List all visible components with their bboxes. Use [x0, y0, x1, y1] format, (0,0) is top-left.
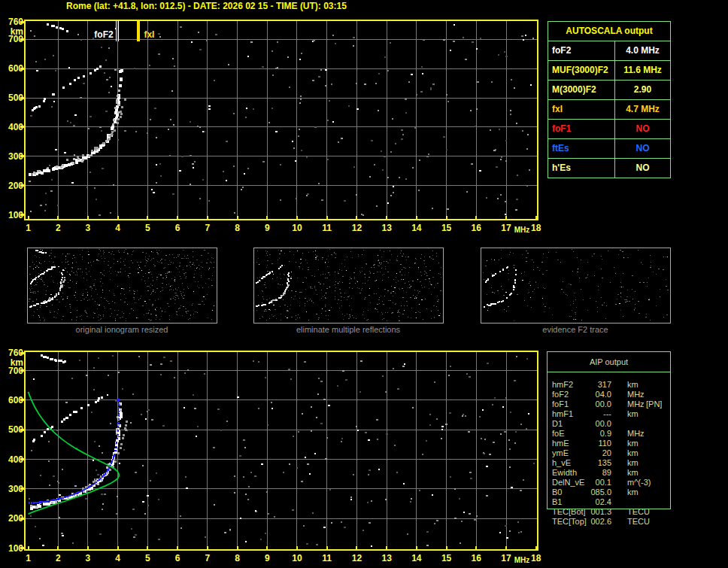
aip-row: foE0.9MHz: [548, 429, 670, 439]
autoscala-row-value: NO: [615, 120, 670, 138]
y-axis-unit: km: [11, 357, 23, 368]
aip-row-value: 89: [590, 468, 611, 478]
aip-row-value: ---: [590, 409, 611, 419]
x-tick-label: 3: [86, 223, 91, 233]
x-tick-label: 9: [265, 553, 270, 563]
autoscala-row: MUF(3000)F211.6 MHz: [548, 61, 670, 80]
aip-row: TEC[Top]002.6TECU: [548, 517, 670, 527]
x-tick-label: 6: [175, 553, 180, 563]
x-axis-unit: MHz: [514, 556, 530, 564]
aip-row-value: 0.9: [590, 429, 611, 439]
x-tick-label: 10: [292, 553, 302, 563]
x-tick-label: 17: [501, 553, 511, 563]
aip-row-label: foF2: [552, 390, 590, 399]
aip-row-note: [PN]: [646, 399, 662, 409]
aip-row-unit: km: [627, 468, 646, 478]
x-tick-label: 11: [322, 553, 332, 563]
aip-row-label: hmE: [552, 439, 590, 448]
aip-row-value: 002.6: [590, 517, 611, 527]
x-tick-label: 18: [531, 553, 541, 563]
aip-row: TEC[Bot]001.3TECU: [548, 507, 670, 517]
x-tick-label: 2: [56, 223, 61, 233]
aip-row-label: D1: [552, 419, 590, 429]
aip-row: foF204.0MHz: [548, 390, 670, 399]
autoscala-row-label: M(3000)F2: [548, 80, 615, 99]
autoscala-output-screen: 760700600500400300200100km12345678910111…: [0, 0, 728, 568]
fxI-marker-label: fxI: [144, 29, 154, 40]
aip-table-header: AIP output: [548, 352, 670, 372]
y-tick-label: 400: [8, 122, 23, 132]
aip-row: B102.4: [548, 497, 670, 507]
chart-frame: [25, 20, 538, 220]
aip-row-value: 110: [590, 439, 611, 448]
x-axis-unit: MHz: [514, 226, 530, 234]
aip-row-label: hmF2: [552, 380, 590, 390]
aip-row-unit: TECU: [627, 507, 646, 517]
aip-table-rows: hmF2317kmfoF204.0MHzfoF100.0MHz[PN]hmF1-…: [548, 380, 670, 527]
y-tick-label: 400: [8, 454, 23, 465]
aip-row: hmF1---km: [548, 409, 670, 419]
aip-row-label: TEC[Top]: [552, 517, 590, 527]
y-tick-label: 500: [8, 93, 23, 103]
aip-row-unit: km: [627, 448, 646, 458]
autoscala-row-value: NO: [615, 139, 670, 158]
x-tick-label: 1: [26, 223, 31, 233]
x-tick-label: 7: [205, 223, 210, 233]
aip-row-label: h_vE: [552, 458, 590, 468]
y-tick-label: 300: [8, 484, 23, 494]
x-tick-label: 13: [381, 223, 392, 233]
x-tick-label: 6: [175, 223, 180, 233]
bottom-ionogram-chart: 760700600500400300200100km12345678910111…: [8, 348, 541, 564]
autoscala-row-label: foF1: [548, 120, 615, 138]
y-tick-label: 200: [8, 181, 23, 191]
x-tick-label: 16: [472, 223, 482, 233]
y-tick-label: 300: [8, 151, 23, 162]
y-tick-label: 600: [8, 395, 23, 405]
aip-row-label: hmF1: [552, 409, 590, 419]
x-tick-label: 12: [352, 553, 362, 563]
autoscala-row-label: h'Es: [548, 159, 615, 178]
autoscala-row: fxI4.7 MHz: [548, 100, 670, 120]
aip-row-unit: km: [627, 488, 646, 497]
aip-row-value: 085.0: [590, 488, 611, 497]
autoscala-output-table: AUTOSCALA output foF24.0 MHzMUF(3000)F21…: [548, 21, 671, 178]
aip-row-value: 20: [590, 448, 611, 458]
aip-row-label: foE: [552, 429, 590, 439]
aip-row-value: 00.0: [590, 419, 611, 429]
x-tick-label: 5: [145, 553, 150, 563]
panel-caption-eliminate: eliminate multiple reflections: [253, 325, 443, 334]
x-tick-label: 1: [26, 553, 31, 563]
autoscala-table-header: AUTOSCALA output: [548, 22, 670, 41]
aip-row-label: B1: [552, 497, 590, 507]
x-tick-label: 18: [531, 223, 541, 233]
aip-row-label: B0: [552, 488, 590, 497]
aip-row: D100.0: [548, 419, 670, 429]
x-tick-label: 4: [115, 553, 120, 563]
autoscala-row: foF24.0 MHz: [548, 41, 670, 61]
aip-row-unit: km: [627, 458, 646, 468]
y-tick-label: 600: [8, 63, 23, 74]
x-tick-label: 11: [322, 223, 332, 233]
autoscala-row-value: 4.0 MHz: [615, 41, 670, 60]
panel-border: [481, 248, 670, 323]
panel-caption-original: original ionogram resized: [27, 325, 217, 334]
top-ionogram-chart: 760700600500400300200100km12345678910111…: [8, 17, 541, 234]
autoscala-row: h'EsNO: [548, 159, 670, 178]
aip-row-value: 02.4: [590, 497, 611, 507]
x-tick-label: 14: [411, 553, 422, 563]
y-tick-label: 100: [8, 543, 23, 554]
x-tick-label: 3: [86, 553, 91, 563]
x-tick-label: 17: [501, 223, 511, 233]
autoscala-row-label: fxI: [548, 100, 615, 119]
y-tick-label: 200: [8, 513, 23, 524]
aip-row-label: DelN_vE: [552, 478, 590, 488]
autoscala-row-label: MUF(3000)F2: [548, 61, 615, 80]
autoscala-row-value: 11.6 MHz: [615, 61, 670, 80]
x-tick-label: 14: [411, 223, 422, 233]
aip-row-unit: km: [627, 380, 646, 390]
aip-row: hmE110km: [548, 439, 670, 448]
aip-row: foF100.0MHz[PN]: [548, 399, 670, 409]
aip-row-unit: km: [627, 439, 646, 448]
aip-row-value: 04.0: [590, 390, 611, 399]
x-tick-label: 8: [235, 553, 240, 563]
